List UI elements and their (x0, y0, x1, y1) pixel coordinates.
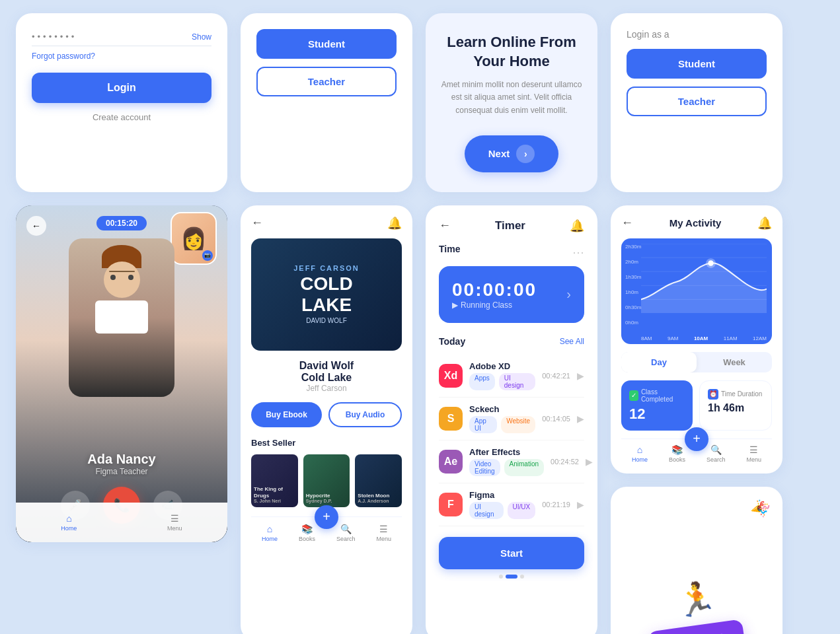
timer-running-label: ▶ Running Class (452, 300, 537, 310)
stat-header: ✓ Class Completed (629, 388, 685, 403)
timer-time-header: Time ⋯ (439, 244, 584, 261)
chart-svg (641, 244, 767, 314)
class-completed-stat: ✓ Class Completed 12 (621, 380, 693, 431)
book-main-title-1: David Wolf (251, 360, 402, 372)
book-nav-home[interactable]: ⌂ Home (262, 524, 278, 542)
book-thumb-3[interactable]: Stolen Moon A.J. Anderson (355, 454, 402, 507)
book-main-title-2: Cold Lake (251, 372, 402, 384)
see-all-link[interactable]: See All (560, 337, 584, 346)
nav-menu[interactable]: ☰ Menu (167, 513, 182, 532)
book-cover-title-line1: COLD (293, 275, 360, 293)
activity-item-figma: F Figma UI design UI/UX 00:21:19 ▶ (439, 483, 584, 526)
nav-home[interactable]: ⌂ Home (61, 513, 77, 532)
book-thumb-title-3: Stolen Moon A.J. Anderson (358, 493, 399, 505)
activity-name-figma: Figma (469, 490, 535, 500)
xd-play-icon[interactable]: ▶ (577, 370, 584, 381)
activity-nav-menu[interactable]: ☰ Menu (746, 444, 761, 463)
tag-animation: Animation (504, 459, 544, 476)
scroll-dot-1 (499, 575, 503, 579)
home-icon: ⌂ (267, 524, 272, 534)
choose-teacher-button[interactable]: Teacher (256, 67, 397, 96)
y-label-5: 0h0m (625, 320, 641, 326)
x-label-1: 9AM (668, 335, 678, 341)
activity-tags-xd: Apps UI design (469, 373, 535, 390)
ae-play-icon[interactable]: ▶ (586, 456, 593, 467)
timer-value: 00:00:00 (452, 279, 537, 300)
y-label-1: 2h0m (625, 259, 641, 265)
activity-nav-home[interactable]: ⌂ Home (632, 444, 648, 463)
call-back-button[interactable]: ← (26, 216, 46, 236)
fab-add-button[interactable]: + (315, 505, 338, 529)
figma-icon: F (439, 493, 463, 516)
timer-header: ← Timer 🔔 (439, 219, 584, 233)
book-thumb-2[interactable]: Hypocrite Sydney D.P. (303, 454, 350, 507)
next-arrow-icon: › (516, 145, 535, 163)
choose-role-card: Student Teacher (241, 13, 412, 192)
tag-apps: Apps (469, 373, 495, 390)
y-label-0: 2h30m (625, 244, 641, 250)
timer-bell-icon[interactable]: 🔔 (570, 219, 584, 233)
role-teacher-button[interactable]: Teacher (627, 87, 767, 116)
timer-card: ← Timer 🔔 Time ⋯ 00:00:00 ▶ Running Clas… (426, 205, 597, 634)
y-label-3: 1h0m (625, 289, 641, 295)
activity-back-button[interactable]: ← (621, 216, 633, 230)
book-nav-menu[interactable]: ☰ Menu (376, 524, 391, 542)
activity-nav-search[interactable]: 🔍 Search (706, 444, 726, 463)
create-account-link[interactable]: Create account (32, 112, 211, 122)
activity-name-sketch: Sckech (469, 404, 535, 414)
svg-point-6 (706, 258, 716, 268)
book-cover-sub: DAVID WOLF (293, 317, 360, 324)
scroll-dot-3 (520, 575, 524, 579)
sketch-time: 00:14:05 (542, 415, 570, 423)
activity-card-header: ← My Activity 🔔 (621, 216, 772, 230)
book-thumb-title-1: The King of Drugs S. John Neri (254, 486, 295, 505)
book-back-button[interactable]: ← (251, 216, 263, 230)
play-icon: ▶ (452, 300, 458, 310)
start-button[interactable]: Start (439, 537, 584, 569)
role-student-button[interactable]: Student (627, 49, 767, 79)
activity-bell-icon[interactable]: 🔔 (757, 216, 772, 230)
figma-play-icon[interactable]: ▶ (577, 499, 584, 510)
timer-back-button[interactable]: ← (439, 219, 451, 232)
activity-info-figma: Figma UI design UI/UX (469, 490, 535, 519)
buy-audio-button[interactable]: Buy Audio (328, 402, 402, 427)
book-card: ← 🔔 JEFF CARSON COLD LAKE DAVID WOLF Dav… (241, 205, 412, 634)
search-nav-icon: 🔍 (710, 444, 722, 455)
tag-app-ui: App UI (469, 416, 497, 433)
buy-ebook-button[interactable]: Buy Ebook (251, 402, 322, 427)
book-nav-books[interactable]: 📚 Books (299, 524, 315, 542)
time-duration-value: 1h 46m (708, 402, 763, 414)
y-label-2: 1h30m (625, 274, 641, 280)
educora-card: 🏃 Educora 🎉 (611, 487, 783, 634)
xd-time: 00:42:21 (542, 372, 570, 380)
forgot-password-link[interactable]: Forgot password? (32, 52, 211, 61)
week-tab[interactable]: Week (697, 352, 772, 372)
check-icon: ✓ (629, 390, 638, 401)
home-icon: ⌂ (66, 513, 71, 524)
class-completed-label: Class Completed (641, 388, 685, 403)
timer-display[interactable]: 00:00:00 ▶ Running Class › (439, 266, 584, 323)
book-nav-search[interactable]: 🔍 Search (336, 524, 356, 542)
books-nav-icon: 📚 (671, 444, 683, 455)
book-cover: JEFF CARSON COLD LAKE DAVID WOLF (251, 238, 402, 351)
tag-website: Website (501, 416, 535, 433)
activity-nav-books[interactable]: 📚 Books (669, 444, 685, 463)
book-cover-author: JEFF CARSON (293, 264, 360, 272)
login-button[interactable]: Login (32, 73, 211, 103)
notification-icon[interactable]: 🔔 (387, 216, 402, 230)
day-week-tabs: Day Week (621, 352, 772, 372)
choose-student-button[interactable]: Student (256, 29, 397, 59)
day-tab[interactable]: Day (621, 352, 697, 372)
password-dots: •••••••• (32, 32, 77, 42)
activity-tags-figma: UI design UI/UX (469, 502, 535, 519)
ae-time: 00:24:52 (551, 458, 579, 466)
activity-fab-button[interactable]: + (685, 427, 708, 451)
sketch-play-icon[interactable]: ▶ (577, 413, 584, 424)
book-thumb-1[interactable]: The King of Drugs S. John Neri (251, 454, 298, 507)
activity-tags-sketch: App UI Website (469, 416, 535, 433)
timer-more-icon[interactable]: ⋯ (572, 245, 584, 260)
show-password-link[interactable]: Show (192, 32, 211, 42)
book-main-author: Jeff Carson (251, 384, 402, 393)
book-top-bar: ← 🔔 (251, 216, 402, 230)
next-button[interactable]: Next › (465, 135, 559, 172)
